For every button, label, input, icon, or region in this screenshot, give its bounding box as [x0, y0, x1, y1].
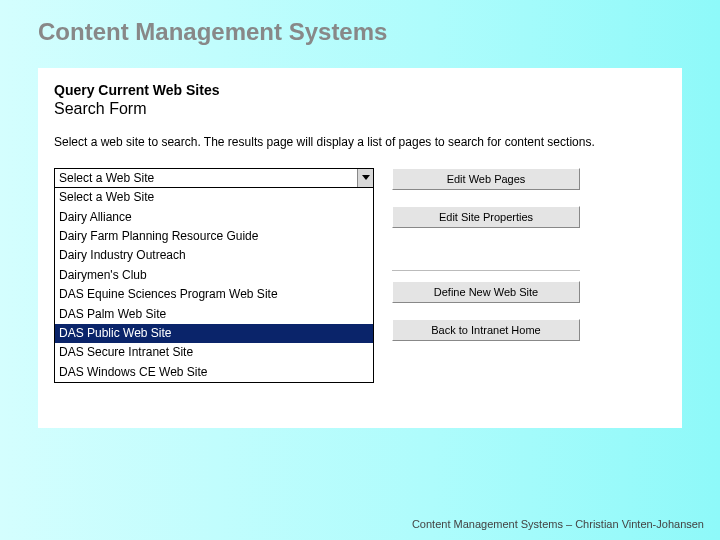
listbox-option[interactable]: Select a Web Site [55, 188, 373, 207]
divider [392, 270, 580, 271]
listbox-option[interactable]: Dairymen's Club [55, 266, 373, 285]
site-select-column: Select a Web Site Select a Web SiteDairy… [54, 168, 374, 383]
edit-site-properties-button[interactable]: Edit Site Properties [392, 206, 580, 228]
listbox-option[interactable]: Dairy Farm Planning Resource Guide [55, 227, 373, 246]
site-select-value[interactable]: Select a Web Site [54, 168, 374, 188]
site-select[interactable]: Select a Web Site [54, 168, 374, 188]
action-buttons-column: Edit Web Pages Edit Site Properties Defi… [392, 168, 580, 383]
listbox-option[interactable]: Dairy Alliance [55, 208, 373, 227]
listbox-option[interactable]: DAS Public Web Site [55, 324, 373, 343]
listbox-option[interactable]: Dairy Industry Outreach [55, 246, 373, 265]
chevron-down-icon[interactable] [357, 169, 373, 187]
site-listbox[interactable]: Select a Web SiteDairy AllianceDairy Far… [54, 188, 374, 383]
content-panel: Query Current Web Sites Search Form Sele… [38, 68, 682, 428]
listbox-option[interactable]: DAS Equine Sciences Program Web Site [55, 285, 373, 304]
panel-heading: Query Current Web Sites [54, 82, 666, 98]
back-to-intranet-home-button[interactable]: Back to Intranet Home [392, 319, 580, 341]
panel-subheading: Search Form [54, 100, 666, 118]
listbox-option[interactable]: DAS Palm Web Site [55, 305, 373, 324]
listbox-option[interactable]: DAS Windows CE Web Site [55, 363, 373, 382]
listbox-option[interactable]: DAS Secure Intranet Site [55, 343, 373, 362]
edit-web-pages-button[interactable]: Edit Web Pages [392, 168, 580, 190]
form-area: Select a Web Site Select a Web SiteDairy… [54, 168, 666, 383]
define-new-web-site-button[interactable]: Define New Web Site [392, 281, 580, 303]
instructions-text: Select a web site to search. The results… [54, 134, 666, 150]
slide-footer: Content Management Systems – Christian V… [412, 518, 704, 530]
slide-title: Content Management Systems [0, 0, 720, 46]
